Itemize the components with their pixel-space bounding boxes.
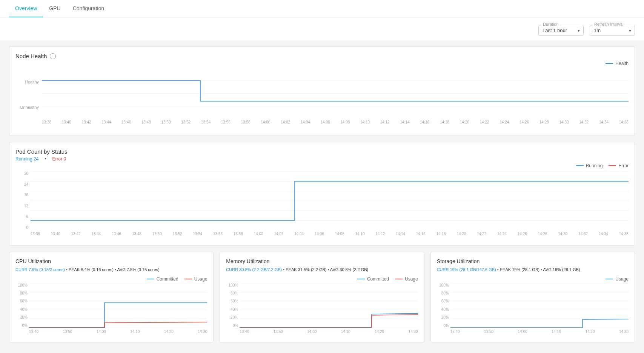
pod-count-card: Pod Count by Status Running 24 • Error 0… <box>9 142 635 246</box>
running-legend-item: Running <box>576 163 603 168</box>
memory-peak: PEAK 31.5% (2.2 GB) <box>286 267 326 272</box>
cpu-stats: CURR 7.6% (0.15/2 cores) • PEAK 8.4% (0.… <box>15 267 207 273</box>
error-legend-label: Error <box>618 163 629 168</box>
memory-committed-legend <box>357 279 365 279</box>
storage-curr: CURR 19% (28.1 GB/147.6 GB) <box>437 267 496 272</box>
pod-count-svg <box>31 171 629 230</box>
running-legend-line <box>576 165 584 166</box>
error-legend-line <box>609 165 616 166</box>
memory-card: Memory Utilization CURR 30.8% (2.2 GB/7.… <box>220 252 424 342</box>
y-label-healthy: Healthy <box>15 80 39 84</box>
cpu-svg <box>29 283 207 328</box>
cpu-peak: PEAK 8.4% (0.16 cores) <box>69 267 114 272</box>
memory-stats: CURR 30.8% (2.2 GB/7.2 GB) • PEAK 31.5% … <box>226 267 418 273</box>
storage-title: Storage Utilization <box>437 258 629 264</box>
running-count: Running 24 <box>15 156 38 162</box>
storage-usage-label: Usage <box>615 276 629 282</box>
storage-legend: Usage <box>437 276 629 282</box>
error-count: Error 0 <box>52 156 66 162</box>
memory-usage-legend <box>395 279 403 279</box>
node-health-chart: Healthy Unhealthy 13:3813:4013:4213:4413… <box>15 69 629 129</box>
node-health-legend: Health <box>15 61 629 66</box>
memory-committed-label: Committed <box>367 276 389 282</box>
cpu-curr: CURR 7.6% (0.15/2 cores) <box>15 267 65 272</box>
tab-gpu[interactable]: GPU <box>43 0 66 17</box>
top-nav: Overview GPU Configuration <box>0 0 644 17</box>
running-legend-label: Running <box>586 163 603 168</box>
memory-svg <box>240 283 418 328</box>
toolbar: Duration Last 1 hour Last 6 hours Last 2… <box>0 17 644 40</box>
refresh-select[interactable]: 1m 5m 15m <box>590 25 635 36</box>
cpu-committed-label: Committed <box>157 276 178 282</box>
y-label-unhealthy: Unhealthy <box>15 105 39 109</box>
storage-peak: PEAK 19% (28.1 GB) <box>500 267 539 272</box>
cpu-title: CPU Utilization <box>15 258 207 264</box>
pod-count-legend: Running Error <box>15 163 629 168</box>
cpu-legend: Committed Usage <box>15 276 207 282</box>
cpu-usage-label: Usage <box>194 276 207 282</box>
duration-dropdown[interactable]: Duration Last 1 hour Last 6 hours Last 2… <box>538 25 584 36</box>
health-legend-item: Health <box>606 61 629 66</box>
health-legend-line <box>606 63 613 64</box>
health-legend-label: Health <box>615 61 629 66</box>
pod-count-subtitle: Running 24 • Error 0 <box>15 156 629 162</box>
storage-svg <box>450 283 629 328</box>
memory-chart: 100%80%60%40%20%0% <box>226 283 418 336</box>
node-health-title: Node Health <box>15 53 47 59</box>
memory-avg: AVG 30.8% (2.2 GB) <box>330 267 368 272</box>
memory-title: Memory Utilization <box>226 258 418 264</box>
error-legend-item: Error <box>609 163 629 168</box>
bottom-row: CPU Utilization CURR 7.6% (0.15/2 cores)… <box>9 252 635 342</box>
node-health-card: Node Health i Health Healthy Unhealthy <box>9 46 635 136</box>
cpu-card: CPU Utilization CURR 7.6% (0.15/2 cores)… <box>9 252 214 342</box>
pod-count-title: Pod Count by Status <box>15 148 68 155</box>
storage-card: Storage Utilization CURR 19% (28.1 GB/14… <box>430 252 635 342</box>
tab-overview[interactable]: Overview <box>9 0 43 17</box>
memory-usage-label: Usage <box>405 276 418 282</box>
storage-stats: CURR 19% (28.1 GB/147.6 GB) • PEAK 19% (… <box>437 267 629 273</box>
storage-usage-legend <box>606 279 613 279</box>
cpu-avg: AVG 7.5% (0.15 cores) <box>117 267 159 272</box>
tab-configuration[interactable]: Configuration <box>67 0 110 17</box>
storage-chart: 100%80%60%40%20%0% <box>437 283 629 336</box>
storage-avg: AVG 19% (28.1 GB) <box>543 267 580 272</box>
refresh-dropdown[interactable]: Refresh Interval 1m 5m 15m ▼ <box>590 25 635 36</box>
main-content: Node Health i Health Healthy Unhealthy <box>0 40 644 348</box>
duration-select[interactable]: Last 1 hour Last 6 hours Last 24 hours <box>538 25 584 36</box>
memory-legend: Committed Usage <box>226 276 418 282</box>
memory-curr: CURR 30.8% (2.2 GB/7.2 GB) <box>226 267 282 272</box>
cpu-chart: 100%80%60%40%20%0% <box>15 283 207 336</box>
node-health-info-icon[interactable]: i <box>50 53 56 59</box>
cpu-committed-legend <box>147 279 154 279</box>
pod-count-chart: 3024181260 13:3813:4013:4213:4413 <box>15 171 629 239</box>
node-health-svg <box>42 69 629 118</box>
cpu-usage-legend <box>184 279 192 279</box>
pod-count-title-row: Pod Count by Status <box>15 148 629 155</box>
node-health-title-row: Node Health i <box>15 53 629 59</box>
